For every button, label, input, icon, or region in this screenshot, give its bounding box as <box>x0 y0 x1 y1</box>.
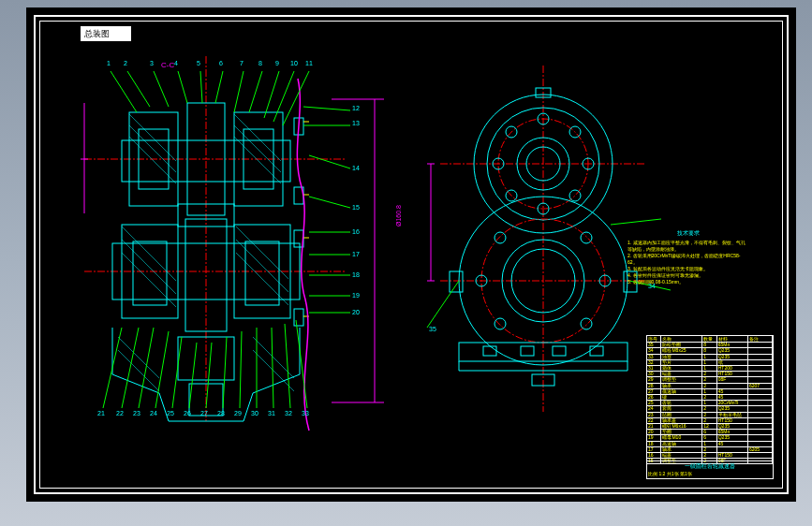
callout-35: 35 <box>429 326 436 332</box>
notes-title: 技术要求 <box>627 230 749 237</box>
callout-23: 23 <box>133 410 140 416</box>
svg-rect-111 <box>521 346 534 356</box>
callout-15: 15 <box>352 204 360 211</box>
svg-point-103 <box>495 232 506 243</box>
callout-6: 6 <box>219 60 223 66</box>
callout-24: 24 <box>150 410 157 416</box>
title-block-footer: 一级圆柱齿轮减速器比例 1:2 共1张 第1张 <box>647 460 773 478</box>
callout-1: 1 <box>107 60 111 66</box>
svg-rect-112 <box>553 346 566 356</box>
callout-19: 19 <box>352 292 360 299</box>
callout-29: 29 <box>234 410 242 416</box>
callout-11: 11 <box>305 60 313 66</box>
callout-3: 3 <box>150 60 154 66</box>
callout-17: 17 <box>352 251 360 257</box>
callout-5: 5 <box>197 60 200 66</box>
svg-line-123 <box>611 219 661 225</box>
svg-rect-114 <box>450 271 463 292</box>
callout-28: 28 <box>217 410 225 416</box>
callout-34: 34 <box>648 283 656 289</box>
callout-8: 8 <box>258 60 262 66</box>
callout-13: 13 <box>352 120 360 126</box>
callout-31: 31 <box>268 410 275 416</box>
callout-20: 20 <box>352 309 360 315</box>
notes-body: 1. 减速器内加工面应平整光滑，不得有毛刺、裂纹、气孔等缺陷，内壁涂耐油漆。 2… <box>627 240 749 285</box>
title-block: 序号名称数量材料备注35防松垫圈865Mn34螺栓M8x258Q23533油塞1… <box>646 335 774 479</box>
technical-notes: 技术要求 1. 减速器内加工面应平整光滑，不得有毛刺、裂纹、气孔等缺陷，内壁涂耐… <box>627 230 749 285</box>
svg-point-104 <box>581 318 592 329</box>
svg-rect-113 <box>590 346 603 356</box>
callout-27: 27 <box>200 410 208 416</box>
callout-22: 22 <box>116 410 124 416</box>
callout-25: 25 <box>167 410 174 416</box>
callout-26: 26 <box>184 410 191 416</box>
callout-21: 21 <box>97 410 105 416</box>
svg-point-102 <box>581 232 592 243</box>
callout-7: 7 <box>240 60 244 66</box>
callout-2: 2 <box>124 60 127 66</box>
svg-point-105 <box>495 318 506 329</box>
callout-30: 30 <box>251 410 258 416</box>
callout-33: 33 <box>302 410 309 416</box>
callout-32: 32 <box>285 410 292 416</box>
callout-4: 4 <box>174 60 178 66</box>
callout-9: 9 <box>275 60 279 66</box>
callout-12: 12 <box>352 105 360 111</box>
svg-line-122 <box>427 281 459 328</box>
callout-10: 10 <box>290 60 298 66</box>
callout-14: 14 <box>352 165 360 171</box>
cad-viewport[interactable]: 总装图 <box>26 7 796 502</box>
callout-18: 18 <box>352 271 360 278</box>
center-distance-dim: Ø160.8 <box>395 205 402 226</box>
callout-16: 16 <box>352 228 360 235</box>
svg-point-94 <box>569 190 581 201</box>
svg-rect-110 <box>483 346 496 356</box>
